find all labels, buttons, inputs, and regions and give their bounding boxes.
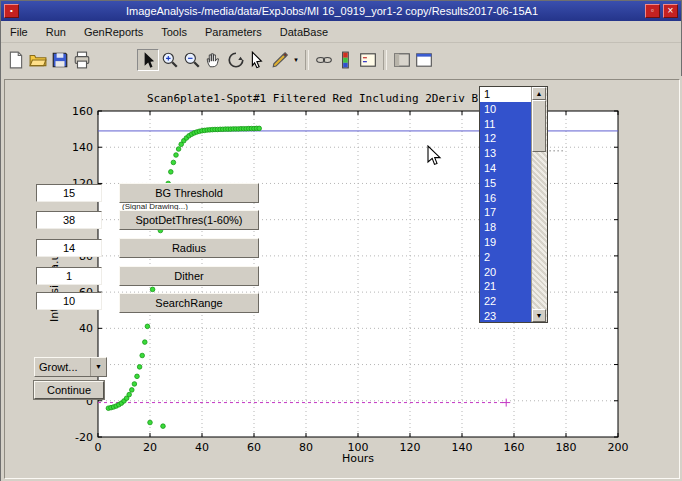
popup-item-14[interactable]: 14	[480, 161, 531, 176]
rotate-3d-icon[interactable]	[225, 49, 247, 71]
popup-item-23[interactable]: 23	[480, 309, 531, 322]
link-plot-icon[interactable]	[313, 49, 335, 71]
close-button[interactable]	[663, 4, 678, 18]
popup-scrollbar[interactable]	[531, 87, 547, 322]
spotdetthres-button[interactable]: SpotDetThres(1-60%)	[119, 210, 259, 230]
toolbar	[1, 43, 681, 77]
searchrange-button[interactable]: SearchRange	[119, 293, 259, 313]
popup-item-13[interactable]: 13	[480, 146, 531, 161]
new-file-icon[interactable]	[5, 49, 27, 71]
figure-frame	[4, 79, 680, 479]
dither-input[interactable]	[36, 267, 102, 285]
hide-plot-tools-icon[interactable]	[391, 49, 413, 71]
open-file-icon[interactable]	[27, 49, 49, 71]
popup-item-19[interactable]: 19	[480, 235, 531, 250]
value-dropdown-list[interactable]: 110111213141516171819220212223	[479, 86, 548, 323]
continue-button[interactable]: Continue	[34, 381, 104, 399]
print-icon[interactable]	[71, 49, 93, 71]
popup-item-column: 110111213141516171819220212223	[480, 87, 531, 322]
searchrange-input[interactable]	[36, 292, 102, 310]
popup-item-15[interactable]: 15	[480, 176, 531, 191]
window-menu-icon[interactable]	[4, 4, 19, 18]
growth-dropdown-label: Growt...	[35, 358, 90, 376]
radius-button[interactable]: Radius	[119, 238, 259, 258]
popup-item-18[interactable]: 18	[480, 220, 531, 235]
data-cursor-icon[interactable]	[247, 49, 269, 71]
save-icon[interactable]	[49, 49, 71, 71]
popup-item-1[interactable]: 1	[480, 87, 531, 102]
figure-area	[1, 76, 682, 481]
menu-item-genreports[interactable]: GenReports	[75, 23, 152, 41]
window-title: ImageAnalysis-/media/data/ExpJobs/MI 16_…	[22, 5, 642, 17]
popup-item-20[interactable]: 20	[480, 265, 531, 280]
menu-item-database[interactable]: DataBase	[271, 23, 337, 41]
growth-dropdown[interactable]: Growt...	[34, 357, 107, 377]
popup-item-21[interactable]: 21	[480, 279, 531, 294]
titlebar: ImageAnalysis-/media/data/ExpJobs/MI 16_…	[1, 1, 681, 21]
toolbar-separator	[383, 50, 387, 70]
spotdetthres-input[interactable]	[36, 211, 102, 229]
scrollbar-thumb[interactable]	[532, 100, 546, 152]
scroll-down-icon[interactable]	[532, 309, 546, 322]
insert-colorbar-icon[interactable]	[335, 49, 357, 71]
bg-threshold-input[interactable]	[36, 184, 102, 202]
brush-dropdown-arrow-icon[interactable]	[291, 49, 301, 71]
edit-plot-icon[interactable]	[137, 49, 159, 71]
minimize-button[interactable]	[645, 4, 660, 18]
menu-item-tools[interactable]: Tools	[152, 23, 196, 41]
popup-item-10[interactable]: 10	[480, 102, 531, 117]
menu-item-file[interactable]: File	[1, 23, 37, 41]
bg-threshold-button[interactable]: BG Threshold	[119, 183, 259, 203]
bg-threshold-sublabel: (Signal Drawing...)	[122, 202, 259, 210]
radius-input[interactable]	[36, 239, 102, 257]
brush-icon[interactable]	[269, 49, 291, 71]
menu-item-run[interactable]: Run	[37, 23, 75, 41]
menu-bar: FileRunGenReportsToolsParametersDataBase	[1, 21, 681, 43]
zoom-in-icon[interactable]	[159, 49, 181, 71]
popup-item-11[interactable]: 11	[480, 117, 531, 132]
show-plot-tools-icon[interactable]	[413, 49, 435, 71]
popup-item-12[interactable]: 12	[480, 131, 531, 146]
scroll-up-icon[interactable]	[532, 87, 546, 100]
dropdown-arrow-icon[interactable]	[90, 358, 106, 376]
pan-icon[interactable]	[203, 49, 225, 71]
popup-item-22[interactable]: 22	[480, 294, 531, 309]
dither-button[interactable]: Dither	[119, 266, 259, 286]
zoom-out-icon[interactable]	[181, 49, 203, 71]
app-window: ImageAnalysis-/media/data/ExpJobs/MI 16_…	[0, 0, 682, 481]
popup-item-16[interactable]: 16	[480, 191, 531, 206]
menu-item-parameters[interactable]: Parameters	[196, 23, 271, 41]
toolbar-separator	[305, 50, 309, 70]
popup-item-2[interactable]: 2	[480, 250, 531, 265]
insert-legend-icon[interactable]	[357, 49, 379, 71]
popup-item-17[interactable]: 17	[480, 205, 531, 220]
